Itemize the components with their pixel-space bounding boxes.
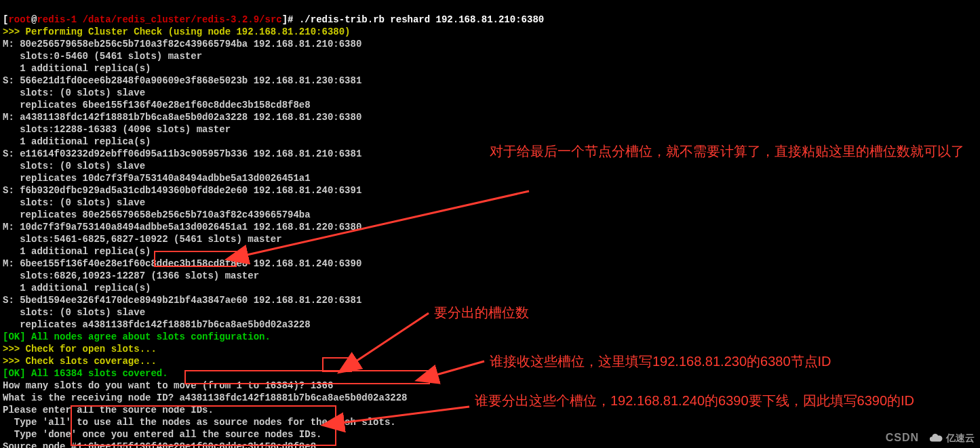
check-slots-coverage: >>> Check slots coverage...: [3, 356, 157, 367]
source-node-1: Source node #1:6bee155f136f40e28e1f60c8d…: [3, 441, 316, 448]
node-s4-slots: slots: (0 slots) slave: [3, 307, 145, 318]
command-text: ./redis-trib.rb reshard 192.168.81.210:6…: [299, 14, 544, 25]
cloud-icon: [928, 430, 943, 445]
node-s2-replicates: replicates 10dc7f3f9a753140a8494adbbe5a1…: [3, 173, 311, 184]
prompt-path: /data/redis_cluster/redis-3.2.9/src: [83, 14, 282, 25]
ok-nodes-agree: [OK] All nodes agree about slots configu…: [3, 331, 271, 342]
cluster-check-header: >>> Performing Cluster Check (using node…: [3, 26, 350, 37]
node-m2-slots: slots:12288-16383 (4096 slots) master: [3, 124, 231, 135]
terminal-output: [root@redis-1 /data/redis_cluster/redis-…: [0, 0, 980, 448]
node-m3-slots: slots:5461-6825,6827-10922 (5461 slots) …: [3, 234, 282, 245]
logo-text: 亿速云: [946, 432, 975, 444]
node-m4-replica: 1 additional replica(s): [3, 283, 151, 293]
node-s3-slots: slots: (0 slots) slave: [3, 197, 145, 208]
node-s2-slots: slots: (0 slots) slave: [3, 161, 145, 171]
prompt-type-done: Type 'done' once you entered all the sou…: [3, 429, 321, 440]
node-m1-slots: slots:0-5460 (5461 slots) master: [3, 51, 202, 62]
prompt-type-all: Type 'all' to use all the nodes as sourc…: [3, 417, 396, 428]
node-s4-replicates: replicates a4381138fdc142f18881b7b6ca8ae…: [3, 319, 311, 330]
node-s1-id: S: 566e21d1fd0cee6b2848f0a90609e3f868e50…: [3, 75, 361, 86]
prompt-user: root: [8, 14, 31, 25]
node-s2-id: S: e11614f03232d92ebff06d95a11b3c905957b…: [3, 148, 361, 159]
annotation-4: 谁要分出这些个槽位，192.168.81.240的6390要下线，因此填写639…: [475, 391, 963, 410]
node-s1-slots: slots: (0 slots) slave: [3, 87, 145, 98]
node-m2-id: M: a4381138fdc142f18881b7b6ca8ae5b0d02a3…: [3, 112, 361, 123]
check-open-slots: >>> Check for open slots...: [3, 344, 157, 354]
ok-slots-covered: [OK] All 16384 slots covered.: [3, 368, 168, 379]
watermark-csdn: CSDN: [886, 432, 919, 444]
node-m2-replica: 1 additional replica(s): [3, 136, 151, 147]
annotation-2: 要分出的槽位数: [434, 303, 529, 322]
node-s1-replicates: replicates 6bee155f136f40e28e1f60c8ddec3…: [3, 100, 311, 110]
node-m1-id: M: 80e256579658eb256c5b710a3f82c43966579…: [3, 39, 361, 49]
prompt-bracket-close: ]#: [282, 14, 299, 25]
node-s3-replicates: replicates 80e256579658eb256c5b710a3f82c…: [3, 209, 311, 220]
node-m3-id: M: 10dc7f3f9a753140a8494adbbe5a13d002645…: [3, 222, 361, 232]
node-m1-replica: 1 additional replica(s): [3, 63, 151, 74]
prompt-line[interactable]: [root@redis-1 /data/redis_cluster/redis-…: [3, 14, 544, 25]
prompt-source-ids: Please enter all the source node IDs.: [3, 405, 214, 415]
node-s4-id: S: 5bed1594ee326f4170dce8949b21bf4a3847a…: [3, 295, 361, 306]
annotation-3: 谁接收这些槽位，这里填写192.168.81.230的6380节点ID: [490, 352, 831, 371]
node-m3-replica: 1 additional replica(s): [3, 246, 151, 257]
prompt-receiving-node: What is the receiving node ID? a4381138f…: [3, 392, 408, 403]
node-s3-id: S: f6b9320dfbc929ad5a31cdb149360b0fd8de2…: [3, 185, 361, 196]
logo-yisu: 亿速云: [928, 430, 975, 445]
prompt-host: redis-1: [37, 14, 82, 25]
node-m4-id: M: 6bee155f136f40e28e1f60c8ddec3b158cd8f…: [3, 258, 361, 269]
prompt-how-many-slots: How many slots do you want to move (from…: [3, 380, 333, 391]
node-m4-slots: slots:6826,10923-12287 (1366 slots) mast…: [3, 270, 259, 281]
annotation-1: 对于给最后一个节点分槽位，就不需要计算了，直接粘贴这里的槽位数就可以了: [490, 142, 978, 161]
